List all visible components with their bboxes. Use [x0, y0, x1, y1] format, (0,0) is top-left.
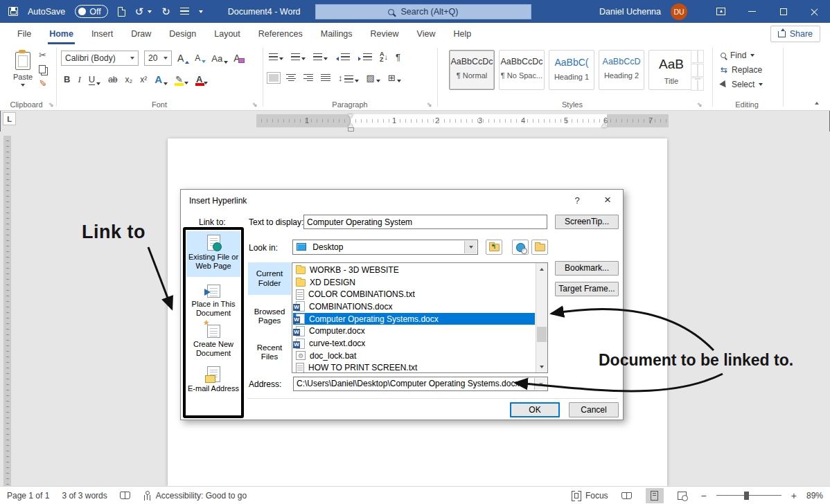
tab-file[interactable]: File — [8, 23, 40, 44]
bookmark-button[interactable]: Bookmark... — [555, 261, 619, 276]
zoom-in-button[interactable]: + — [791, 490, 797, 501]
zoom-out-button[interactable]: − — [701, 490, 707, 501]
bullet-list-icon[interactable] — [180, 8, 189, 15]
style-no-spacing[interactable]: AaBbCcDc ¶ No Spac... — [499, 50, 545, 90]
zoom-slider-thumb[interactable] — [744, 492, 749, 500]
print-layout-button[interactable] — [646, 488, 664, 503]
option-email-address[interactable]: E-mail Address — [186, 363, 240, 402]
maximize-button[interactable] — [768, 0, 799, 23]
styles-scroll-down[interactable] — [691, 64, 704, 77]
tab-mailings[interactable]: Mailings — [312, 23, 362, 44]
avatar[interactable]: DU — [671, 3, 687, 20]
copy-icon[interactable] — [39, 65, 46, 73]
ok-button[interactable]: OK — [510, 402, 560, 417]
select-button[interactable]: Select — [721, 80, 763, 89]
align-right-button[interactable] — [303, 74, 313, 82]
clear-formatting-button[interactable]: A — [233, 53, 240, 64]
look-in-dropdown-icon[interactable] — [464, 241, 477, 253]
file-list-scrollbar[interactable] — [536, 263, 547, 372]
file-row[interactable]: XD DESIGN — [293, 276, 535, 289]
horizontal-ruler[interactable]: 1 1 2 3 4 5 6 7 — [256, 114, 669, 127]
underline-button[interactable]: U — [89, 74, 100, 85]
accessibility-status[interactable]: Accessibility: Good to go — [143, 491, 247, 501]
first-line-indent-marker[interactable] — [348, 114, 353, 118]
tab-view[interactable]: View — [408, 23, 445, 44]
page-indicator[interactable]: Page 1 of 1 — [7, 491, 49, 501]
scroll-thumb[interactable] — [537, 327, 547, 342]
scroll-up-icon[interactable] — [536, 263, 547, 275]
justify-button[interactable] — [321, 74, 330, 82]
tab-help[interactable]: Help — [444, 23, 480, 44]
word-count[interactable]: 3 of 3 words — [62, 491, 107, 501]
view-browsed-pages[interactable]: Browsed Pages — [248, 305, 291, 327]
tab-draw[interactable]: Draw — [122, 23, 160, 44]
option-create-new-document[interactable]: Create New Document — [186, 321, 240, 357]
ribbon-display-options-button[interactable] — [705, 0, 736, 23]
zoom-level[interactable]: 89% — [806, 491, 823, 501]
pilcrow-button[interactable]: ¶ — [396, 53, 400, 62]
share-button[interactable]: Share — [770, 26, 820, 42]
decrease-indent-button[interactable] — [335, 53, 350, 60]
italic-button[interactable]: I — [78, 74, 80, 85]
autosave-toggle[interactable]: Off — [75, 5, 107, 18]
style-title[interactable]: AaB Title — [648, 50, 694, 90]
file-row[interactable]: HOW TO PRINT SCREEN.txt — [293, 362, 535, 373]
line-spacing-button[interactable]: ↕ — [338, 73, 359, 82]
focus-button[interactable]: Focus — [572, 491, 608, 501]
file-row[interactable]: Computer.docx — [293, 325, 535, 338]
file-row[interactable]: WORKB - 3D WEBSITE — [293, 264, 535, 276]
format-painter-icon[interactable]: ✎ — [39, 78, 46, 87]
tab-layout[interactable]: Layout — [205, 23, 249, 44]
browse-file-button[interactable] — [531, 240, 548, 255]
zoom-slider[interactable] — [716, 495, 782, 496]
save-icon[interactable] — [8, 7, 18, 16]
text-to-display-input[interactable] — [303, 215, 547, 229]
file-row-selected[interactable]: Computer Operating Systems.docx — [293, 313, 535, 325]
styles-dialog-launcher[interactable]: ⇘ — [697, 101, 703, 108]
option-place-in-document[interactable]: Place in This Document — [186, 281, 240, 317]
clipboard-dialog-launcher[interactable]: ⇘ — [48, 101, 54, 108]
paragraph-dialog-launcher[interactable]: ⇘ — [427, 101, 432, 108]
tab-review[interactable]: Review — [362, 23, 408, 44]
strikethrough-button[interactable]: ab — [108, 75, 117, 84]
style-heading1[interactable]: AaBbC( Heading 1 — [549, 50, 594, 90]
sort-button[interactable]: AZ ↓ — [380, 51, 388, 62]
styles-gallery-expand[interactable] — [691, 78, 704, 91]
highlight-button[interactable]: ✎ — [175, 74, 188, 84]
browse-web-button[interactable] — [512, 240, 529, 255]
address-dropdown-icon[interactable] — [534, 378, 547, 390]
dialog-close-button[interactable]: × — [598, 192, 617, 208]
subscript-button[interactable]: x₂ — [125, 75, 132, 84]
style-heading2[interactable]: AaBbCcD Heading 2 — [599, 50, 644, 90]
view-recent-files[interactable]: Recent Files — [248, 341, 291, 363]
read-mode-button[interactable] — [618, 488, 636, 503]
view-current-folder[interactable]: Current Folder — [248, 262, 291, 295]
screentip-button[interactable]: ScreenTip... — [555, 215, 619, 229]
file-row[interactable]: COMBINATIONS.docx — [293, 300, 535, 313]
font-color-button[interactable]: A — [196, 74, 208, 84]
grow-font-button[interactable]: A — [177, 53, 189, 64]
dialog-help-button[interactable]: ? — [569, 194, 585, 208]
paste-button[interactable]: Paste — [10, 50, 36, 101]
option-existing-file[interactable]: Existing File or Web Page — [186, 231, 240, 277]
tab-insert[interactable]: Insert — [82, 23, 122, 44]
replace-button[interactable]: ⇆ Replace — [721, 65, 763, 75]
new-document-icon[interactable] — [118, 7, 125, 17]
web-layout-button[interactable] — [673, 488, 691, 503]
change-case-button[interactable]: Aa — [211, 53, 228, 64]
styles-scroll-up[interactable] — [691, 50, 704, 63]
quick-access-more-icon[interactable] — [199, 10, 203, 13]
bold-button[interactable]: B — [64, 74, 70, 84]
search-input[interactable]: Search (Alt+Q) — [315, 4, 531, 19]
vertical-ruler[interactable] — [3, 136, 11, 486]
font-name-combo[interactable]: Calibri (Body) — [61, 51, 139, 66]
tab-home[interactable]: Home — [40, 23, 82, 44]
shading-button[interactable]: ▨ — [367, 73, 380, 82]
align-left-button[interactable] — [269, 74, 279, 82]
undo-icon[interactable]: ↺ — [135, 6, 144, 17]
font-size-combo[interactable]: 20 — [144, 51, 172, 66]
tab-references[interactable]: References — [249, 23, 312, 44]
undo-dropdown-icon[interactable] — [148, 10, 152, 13]
increase-indent-button[interactable] — [357, 53, 372, 60]
redo-icon[interactable]: ↻ — [161, 6, 170, 17]
